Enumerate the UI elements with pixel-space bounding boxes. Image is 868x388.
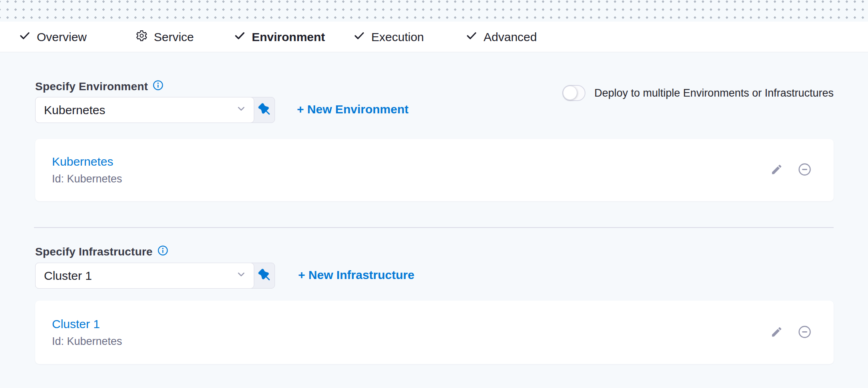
infrastructure-card-text: Cluster 1 Id: Kubernetes	[52, 317, 122, 348]
chevron-down-icon	[236, 103, 247, 117]
infrastructure-card-id: Id: Kubernetes	[52, 335, 122, 348]
check-icon	[19, 30, 31, 44]
pencil-icon	[770, 326, 783, 339]
pencil-icon	[770, 163, 783, 177]
check-icon	[353, 30, 365, 44]
specify-infrastructure-label: Specify Infrastructure	[35, 245, 168, 259]
infrastructure-select[interactable]: Cluster 1	[35, 263, 254, 289]
pin-icon	[258, 103, 271, 117]
check-icon	[234, 30, 246, 44]
tab-execution[interactable]: Execution	[353, 22, 424, 52]
stage-tabbar: Overview Service Environment Execution A…	[0, 22, 868, 52]
remove-environment-button[interactable]	[797, 162, 812, 178]
tab-service[interactable]: Service	[135, 22, 194, 52]
tab-label: Service	[154, 30, 194, 44]
tab-advanced[interactable]: Advanced	[466, 22, 537, 52]
infrastructure-card-actions	[770, 325, 812, 340]
infrastructure-select-value: Cluster 1	[44, 269, 92, 283]
tab-label: Environment	[252, 30, 325, 44]
tab-label: Overview	[37, 30, 87, 44]
multi-environment-toggle-row: Deploy to multiple Environments or Infra…	[562, 84, 834, 102]
specify-environment-label: Specify Environment	[35, 80, 163, 93]
check-icon	[466, 30, 478, 44]
remove-infrastructure-button[interactable]	[797, 325, 812, 340]
environment-select-group: Kubernetes	[35, 97, 275, 123]
info-icon[interactable]	[153, 80, 163, 93]
environment-card-actions	[770, 162, 812, 178]
environment-card-title[interactable]: Kubernetes	[52, 155, 122, 168]
environment-card-id: Id: Kubernetes	[52, 173, 122, 185]
pipeline-canvas-background	[0, 0, 868, 22]
environment-tab-panel: Specify Environment Kubernetes + New Env…	[0, 52, 868, 388]
environment-select[interactable]: Kubernetes	[35, 97, 254, 123]
multi-environment-toggle-label: Deploy to multiple Environments or Infra…	[594, 87, 834, 99]
tab-overview[interactable]: Overview	[19, 22, 87, 52]
new-environment-link[interactable]: + New Environment	[297, 103, 408, 116]
toggle-knob	[563, 86, 577, 100]
info-icon[interactable]	[157, 245, 168, 259]
section-label-text: Specify Environment	[35, 80, 148, 93]
infrastructure-select-group: Cluster 1	[35, 263, 275, 289]
tab-label: Execution	[371, 30, 424, 44]
environment-card: Kubernetes Id: Kubernetes	[35, 139, 834, 201]
section-label-text: Specify Infrastructure	[35, 245, 153, 258]
new-infrastructure-link[interactable]: + New Infrastructure	[298, 268, 414, 282]
tab-environment[interactable]: Environment	[234, 22, 325, 52]
pin-icon	[258, 269, 271, 283]
edit-environment-button[interactable]	[770, 163, 783, 177]
minus-circle-icon	[797, 162, 812, 178]
minus-circle-icon	[797, 325, 812, 340]
tab-label: Advanced	[484, 30, 537, 44]
environment-select-value: Kubernetes	[44, 103, 105, 117]
edit-infrastructure-button[interactable]	[770, 326, 783, 339]
multi-environment-toggle[interactable]	[562, 85, 585, 101]
chevron-down-icon	[236, 269, 247, 283]
environment-card-text: Kubernetes Id: Kubernetes	[52, 155, 122, 185]
pin-environment-button[interactable]	[254, 97, 275, 123]
infrastructure-card: Cluster 1 Id: Kubernetes	[35, 301, 834, 364]
section-divider	[34, 227, 834, 228]
infrastructure-card-title[interactable]: Cluster 1	[52, 317, 122, 331]
pin-infrastructure-button[interactable]	[254, 263, 275, 288]
gear-icon	[135, 30, 148, 45]
